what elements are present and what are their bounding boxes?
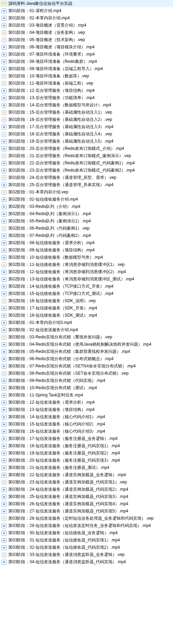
file-row[interactable]: 第01阶段：02-本章内容介绍.mp4 [0,15,173,22]
file-row[interactable]: 第03阶段：06-Redis实现分布式锁（分布式锁概念）.mp4 [0,355,173,363]
file-row[interactable]: 第03阶段：30-短信发送服务（短信接收器_业务逻辑）.mp4 [0,529,173,537]
file-row[interactable]: 第01阶段：22-后台管理服务（Redis发布订阅模式_代码案例1）.mp4 [0,160,173,167]
svg-rect-106 [3,301,6,301]
file-label: 第03阶段：24-短信发送服务（通道实例加载器_代码实现2）.mp4 [8,487,128,492]
file-row[interactable]: 第03阶段：03-Redis实现分布式锁（重现并发问题）.vep [0,334,173,341]
file-row[interactable]: 第01阶段：14-后台管理服务（数据模型与类设计）.mp4 [0,102,173,109]
file-label: 第03阶段：05-Redis实现分布式锁（集群部署线程并发问题）.mp4 [8,349,130,355]
file-row[interactable]: 第03阶段：27-短信发送服务（通道实例加载器_代码实现5）.mp4 [0,508,173,515]
file-row[interactable]: 第03阶段：28-短信发送服务（定时短信业务处理器_业务逻辑和代码实现）.vep [0,515,173,522]
file-row[interactable]: 第02阶段：07-Redis队列（代码案例2）.mp4 [0,232,173,239]
file-row[interactable]: 第03阶段：25-短信发送服务（通道实例加载器_代码实现3）.mp4 [0,493,173,500]
file-row[interactable]: 第03阶段：19-短信发送服务（服务注册器_代码实现2）.mp4 [0,450,173,457]
file-row[interactable]: 第01阶段：13-后台管理服务（功能清单）.mp4 [0,94,173,102]
file-label: 第03阶段：31-短信发送服务（短信接收器_代码实现1）.mp4 [8,537,120,543]
mp4-icon [1,320,7,326]
file-row[interactable]: 第03阶段：13-短信发送服务（项目结构）.mp4 [0,406,173,413]
file-row[interactable]: 第02阶段：13-短信接收服务（将消息存储到消息缓冲区_测试）.mp4 [0,276,173,283]
file-row[interactable]: 第03阶段：14-短信发送服务（核心代码介绍1）.mp4 [0,413,173,421]
file-row[interactable]: 第02阶段：16-短信接收服务（SDK_说明）.vep [0,297,173,305]
file-row[interactable]: 第03阶段：04-Redis实现分布式锁（使用Java锁机制解决线程并发问题）.… [0,341,173,348]
file-row[interactable]: 第02阶段：18-短信接收服务（SDK_测试）.mp4 [0,312,173,319]
file-label: 第01阶段：14-后台管理服务（数据模型与类设计）.mp4 [8,102,111,108]
file-row[interactable]: 第03阶段：21-短信发送服务（服务注册器_测试）.mp4 [0,464,173,471]
file-label: 第01阶段：17-后台管理服务（基础属性自动注入3）.mp4 [8,124,113,130]
svg-rect-48 [3,134,6,135]
file-row[interactable]: 第01阶段：04-项目概述（业务架构）.vep [0,29,173,36]
vep-icon [1,81,7,86]
svg-rect-24 [3,76,6,77]
file-row[interactable]: 第01阶段：09-项目环境准备（后端工程导入）.mp4 [0,65,173,73]
file-row[interactable]: 第01阶段：21-后台管理服务（Redis发布订阅模式_案例演示）.vep [0,152,173,160]
file-row[interactable]: 第01阶段：07-项目环境准备（环境要求）.mp4 [0,51,173,58]
file-row[interactable]: 第02阶段：01-本章内容介绍.vep [0,189,173,196]
file-row[interactable]: 第03阶段：08-Redis实现分布式锁（SET命令实现分布式锁）.vep [0,370,173,377]
file-row[interactable]: 第03阶段：12-短信发送服务（需求分析）.mp4 [0,399,173,406]
file-row[interactable]: 第02阶段：06-Redis队列（代码案例1）.vep [0,225,173,232]
file-row[interactable]: 第02阶段：04-Redis队列（案例演示1）.mp4 [0,210,173,218]
file-row[interactable]: 第03阶段：09-Redis实现分布式锁（代码实现）.mp4 [0,377,173,384]
file-row[interactable]: 第01阶段：18-后台管理服务（基础属性自动注入4）.vep [0,131,173,138]
file-row[interactable]: 第01阶段：10-项目环境准备（数据库）.vep [0,73,173,80]
svg-rect-129 [3,373,6,373]
file-row[interactable]: 第01阶段：23-后台管理服务（Redis发布订阅模式_代码案例2）.mp4 [0,167,173,174]
file-row[interactable]: 第03阶段：22-短信发送服务（通道实例加载器_业务逻辑）.mp4 [0,471,173,479]
file-row[interactable]: 第03阶段：11-Spring Task定时任务.mp4 [0,392,173,399]
svg-rect-82 [3,229,6,229]
mp4-icon [1,400,7,405]
file-row[interactable]: 第03阶段：05-Redis实现分布式锁（集群部署线程并发问题）.mp4 [0,348,173,355]
file-row[interactable]: 第01阶段：19-后台管理服务（基础属性自动注入5）.mp4 [0,138,173,145]
file-row[interactable]: 第01阶段：05-项目概述（技术架构）.vep [0,36,173,44]
file-row[interactable]: 第02阶段：09-短信接收服务（项目结构）.mp4 [0,247,173,254]
file-label: 源码资料-Java集信达短信平台实战 [8,1,72,7]
file-row[interactable]: 第02阶段：12-短信接收服务（将消息存储到消息缓冲区2）.mp4 [0,268,173,276]
file-row[interactable]: 第01阶段：15-后台管理服务（基础属性自动注入1）.vep [0,109,173,116]
svg-rect-64 [3,178,6,178]
file-row[interactable]: 第01阶段：03-项目概述（背景介绍）.mp4 [0,22,173,29]
svg-rect-13 [3,41,4,41]
file-row[interactable]: 第01阶段：25-后台管理服务（通道管理_具体实现）.mp4 [0,181,173,189]
file-row[interactable]: 第03阶段：33-短信发送服务（通道消息监听器_业务逻辑）.vep [0,551,173,558]
file-row[interactable]: 第03阶段：18-短信发送服务（服务注册器_代码实现1）.mp4 [0,442,173,450]
file-row[interactable]: 第01阶段：12-后台管理服务（项目结构）.mp4 [0,87,173,94]
file-row[interactable]: 第03阶段：26-短信发送服务（通道实例加载器_代码实现4）.mp4 [0,500,173,508]
file-row[interactable]: 第03阶段：31-短信发送服务（短信接收器_代码实现1）.mp4 [0,537,173,544]
svg-rect-185 [3,554,6,554]
file-row[interactable]: 第03阶段：17-短信发送服务（服务注册器_业务逻辑）.mp4 [0,435,173,442]
file-row[interactable]: 第01阶段：17-后台管理服务（基础属性自动注入3）.mp4 [0,123,173,131]
file-row[interactable]: 第03阶段：16-短信发送服务（核心代码介绍3）.mp4 [0,428,173,435]
file-row[interactable]: 源码资料-Java集信达短信平台实战 [0,0,173,7]
file-row[interactable]: 第02阶段：03-Redis队列（介绍）.mp4 [0,203,173,210]
file-row[interactable]: 第02阶段：10-短信接收服务（数据模型与类）.mp4 [0,254,173,261]
file-row[interactable]: 第03阶段：15-短信发送服务（核心代码介绍2）.mp4 [0,421,173,428]
file-row[interactable]: 第02阶段：08-短信接收服务（需求分析）.mp4 [0,239,173,247]
file-row[interactable]: 第01阶段：11-项目环境准备（前端工程）.vep [0,80,173,87]
file-row[interactable]: 第03阶段：07-Redis实现分布式锁（SETNX命令实现分布式锁）.mp4 [0,363,173,370]
file-label: 第01阶段：09-项目环境准备（后端工程导入）.mp4 [8,66,103,72]
file-row[interactable]: 第01阶段：24-后台管理服务（通道管理_原型、需求）.vep [0,174,173,181]
mp4-icon [1,472,7,478]
file-row[interactable]: 第03阶段：24-短信发送服务（通道实例加载器_代码实现2）.mp4 [0,486,173,493]
file-row[interactable]: 第02阶段：15-短信接收服务（TCP接口方式_测试）.mp4 [0,290,173,297]
file-row[interactable]: 第03阶段：29-短信发送服务（短信发送定时任务_业务逻辑和代码实现）.mp4 [0,522,173,529]
file-row[interactable]: 第02阶段：11-短信接收服务（将消息存储到消息缓冲区1）.vep [0,261,173,268]
mp4-icon [1,523,7,529]
file-row[interactable]: 第03阶段：01-本章内容介绍3.mp4 [0,319,173,326]
file-row[interactable]: 第03阶段：20-短信发送服务（服务注册器_代码实现3）.mp4 [0,457,173,464]
file-row[interactable]: 第03阶段：32-短信发送服务（短信接收器_代码实现2）.mp4 [0,544,173,551]
file-row[interactable]: 第01阶段：01-课程介绍.mp4 [0,7,173,15]
file-row[interactable]: 第01阶段：20-后台管理服务（Redis发布订阅模式_介绍）.mp4 [0,145,173,152]
mp4-icon [1,182,7,188]
file-row[interactable]: 第01阶段：16-后台管理服务（基础属性自动注入2）.vep [0,116,173,123]
file-row[interactable]: 第03阶段：23-短信发送服务（通道实例加载器_代码实现1）.vep [0,479,173,486]
file-row[interactable]: 第02阶段：05-Redis队列（案例演示2）.mp4 [0,218,173,225]
file-row[interactable]: 第02阶段：17-短信接收服务（SDK_开发）.mp4 [0,305,173,312]
vep-icon [1,262,7,268]
file-row[interactable]: 第02阶段：14-短信接收服务（TCP接口方式_开发）.mp4 [0,283,173,290]
file-row[interactable]: 第03阶段：02-短信发送服务介绍.mp4 [0,326,173,334]
file-row[interactable]: 第01阶段：06-项目概述（项目模块介绍）.mp4 [0,44,173,51]
file-row[interactable]: 第03阶段：10-Redis实现分布式锁（测试）.mp4 [0,384,173,392]
file-row[interactable]: 第03阶段：34-短信发送服务（通道消息监听器_代码实现）.mp4 [0,558,173,566]
file-row[interactable]: 第02阶段：02-短信接收服务介绍.mp4 [0,196,173,203]
file-row[interactable]: 第01阶段：08-项目环境准备（Redis集群）.mp4 [0,58,173,65]
